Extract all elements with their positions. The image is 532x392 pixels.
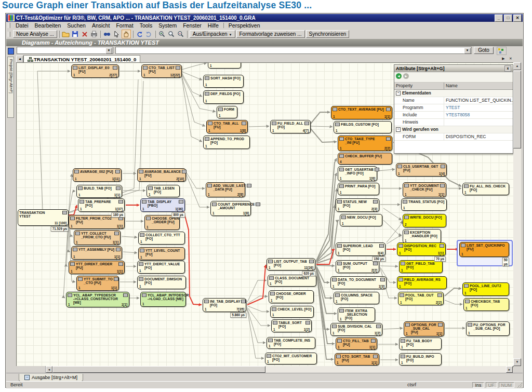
menu-item-system[interactable]: System: [155, 22, 180, 29]
rows-icon[interactable]: [398, 278, 403, 281]
rows-icon[interactable]: [176, 66, 180, 70]
rows-icon[interactable]: [62, 211, 67, 214]
forward-icon[interactable]: ►: [403, 73, 409, 79]
rows-icon[interactable]: [373, 355, 378, 358]
rows-icon[interactable]: [114, 232, 119, 235]
sidebar-tab-projekt[interactable]: Projekt [Strg+Alt+P]: [7, 57, 14, 118]
graph-node-ytt-assembly[interactable]: YTT_ASSEMBLY [FU]11[1]: [71, 246, 122, 260]
tab-transaktion-ytest[interactable]: TRANSAKTION YTEST_20060201_151400_0: [23, 55, 140, 63]
graph-node-get-usaertab-info[interactable]: GET_USAERTAB _INFO [FO]11[6]: [338, 166, 377, 181]
rows-icon[interactable]: [335, 293, 340, 297]
graph-node-list-display-e0[interactable]: LIST_DISPLAY_E0 [FU]12[27]: [71, 64, 119, 78]
rows-icon[interactable]: [268, 339, 273, 342]
attribute-panel-titlebar[interactable]: Attribute [Strg+Alt+G] x: [394, 65, 513, 72]
rows-icon[interactable]: [335, 123, 340, 126]
rows-icon[interactable]: [397, 165, 402, 168]
rows-icon[interactable]: [241, 300, 246, 303]
rows-icon[interactable]: [208, 121, 212, 125]
rows-icon[interactable]: [139, 262, 143, 266]
rows-icon[interactable]: [464, 284, 469, 288]
attribute-row[interactable]: FORMDISPOSITION_REC: [394, 133, 513, 141]
rows-icon[interactable]: [405, 323, 410, 327]
graph-node-ytt-dierct-value[interactable]: YTT_DIERCT_VALUE [FO]1: [137, 261, 185, 274]
graph-node-superior-lead[interactable]: SUPERIOR_LEAD [FO]13[4]: [336, 242, 385, 256]
graph-node-list-set-quickinfo[interactable]: LIST_SET_QUICKINFO [FU]1: [459, 242, 509, 257]
rows-icon[interactable]: [139, 277, 143, 281]
redo-icon[interactable]: [145, 30, 153, 38]
rows-icon[interactable]: [339, 168, 344, 171]
rows-icon[interactable]: [438, 323, 443, 327]
back-icon[interactable]: ◄: [396, 73, 402, 79]
rows-icon[interactable]: [440, 244, 444, 248]
graph-node-def-fields[interactable]: DEF_FIELDS [FO]1: [203, 90, 244, 104]
rows-icon[interactable]: [309, 260, 314, 263]
rows-icon[interactable]: [205, 76, 209, 80]
diagram-canvas[interactable]: Attribute [Strg+Alt+G] x ◄ ► Property Na…: [16, 62, 514, 367]
graph-node-check-buffer[interactable]: CHECK_BUFFER [FU]4: [338, 153, 392, 165]
menu-item-ansicht[interactable]: Ansicht: [89, 22, 113, 29]
rows-icon[interactable]: [375, 168, 379, 171]
rows-icon[interactable]: [373, 262, 378, 265]
rows-icon[interactable]: [218, 107, 223, 111]
scroll-right-icon[interactable]: ►: [506, 366, 513, 373]
scroll-down-icon[interactable]: ▼: [513, 358, 521, 366]
rows-icon[interactable]: [386, 137, 391, 141]
graph-node-avarage-002[interactable]: AVARAGE_002 [FU]11[11]: [73, 168, 122, 182]
graph-node-cto-sort-tab[interactable]: CTO_SORT_TAB [FU]11[1]: [335, 353, 379, 366]
graph-node-append-to-prod[interactable]: APPEND_TO_PROD [FO]1: [203, 136, 250, 149]
rows-icon[interactable]: [267, 354, 271, 358]
rows-icon[interactable]: [339, 309, 344, 313]
rows-icon[interactable]: [398, 244, 403, 248]
graph-node-class-document[interactable]: CLASS_DOCUMENT [FO]1: [268, 275, 316, 287]
rows-icon[interactable]: [70, 262, 75, 266]
graph-node-field-average-rs[interactable]: FIELD_AVERAGE_RS [FO]1: [397, 276, 447, 289]
collapse-icon[interactable]: −: [396, 91, 401, 96]
graph-node-columns-space[interactable]: COLUMNS_SPACE [FO]1: [334, 292, 379, 304]
rows-icon[interactable]: [337, 262, 342, 265]
menu-item-perspektiven[interactable]: Perspektiven: [225, 22, 263, 29]
graph-node-build-tab[interactable]: BUILD_TAB [FO]11[1]: [76, 185, 122, 198]
graph-node-get-field-tab[interactable]: GET_FIELD_TAB [FO]1: [399, 260, 443, 273]
rows-icon[interactable]: [437, 293, 442, 297]
graph-node-disposition-rec[interactable]: DISPOSITION_REC [FO]11[1]: [397, 242, 446, 256]
rows-icon[interactable]: [79, 200, 84, 204]
rows-icon[interactable]: [68, 293, 72, 297]
graph-node-options-for-sub-cal[interactable]: OPTIONS_FOR _SUB_CAL [FU]11[1]: [404, 321, 444, 336]
rows-icon[interactable]: [440, 184, 445, 187]
rows-icon[interactable]: [376, 325, 381, 328]
menu-item-tools[interactable]: Tools: [137, 22, 156, 29]
horizontal-scroll-thumb[interactable]: [52, 366, 265, 373]
vertical-scrollbar[interactable]: ▲ ▼: [513, 62, 521, 366]
unpack-dropdown[interactable]: Aus/Einpacken▼: [190, 30, 235, 38]
rows-icon[interactable]: [332, 325, 337, 328]
graph-node-check-level[interactable]: CHECK_LEVEL [FO]1: [270, 306, 314, 318]
scroll-up-icon[interactable]: ▲: [513, 62, 521, 70]
menu-item-fenster[interactable]: Fenster: [180, 22, 205, 29]
graph-node-print-para[interactable]: PRINT_PARA [FO]1: [338, 183, 379, 195]
graph-node-pool-tab-out[interactable]: POOL_TAB_OUT [FO]12[2]: [398, 292, 444, 305]
scroll-left-icon[interactable]: ◄: [46, 366, 52, 373]
print-icon[interactable]: [90, 30, 98, 38]
rows-icon[interactable]: [268, 260, 273, 263]
rows-icon[interactable]: [146, 217, 151, 220]
graph-node-data-to-document[interactable]: DATA_TO_DOCUMENT [FO]11[3]: [330, 276, 387, 289]
rows-icon[interactable]: [339, 137, 344, 141]
rows-icon[interactable]: [386, 107, 391, 111]
rows-icon[interactable]: [403, 200, 407, 204]
zoom-out-icon[interactable]: [177, 30, 185, 38]
graph-node-avarage-balance[interactable]: AVARAGE_BALANCE [FU]12[10]: [137, 168, 186, 182]
delete-icon[interactable]: [81, 30, 89, 38]
graph-node-status-new[interactable]: STATUS_NEW [FO]12[3]: [336, 198, 379, 212]
rows-icon[interactable]: [143, 66, 148, 70]
graph-node-form[interactable]: FORM1: [217, 106, 237, 118]
rows-icon[interactable]: [123, 293, 128, 297]
rows-icon[interactable]: [461, 244, 466, 247]
rows-icon[interactable]: [78, 186, 83, 190]
pan-hand-icon[interactable]: [122, 30, 131, 38]
resize-grip[interactable]: [517, 383, 522, 388]
rows-icon[interactable]: [465, 300, 470, 303]
horizontal-scrollbar[interactable]: ◄ ►: [16, 366, 513, 373]
graph-node-list-output-tab[interactable]: LIST_OUTPUT_TAB [FO]111[26]: [267, 258, 315, 271]
menu-item-bearbeiten[interactable]: Bearbeiten: [32, 22, 64, 29]
rows-icon[interactable]: [404, 215, 409, 219]
